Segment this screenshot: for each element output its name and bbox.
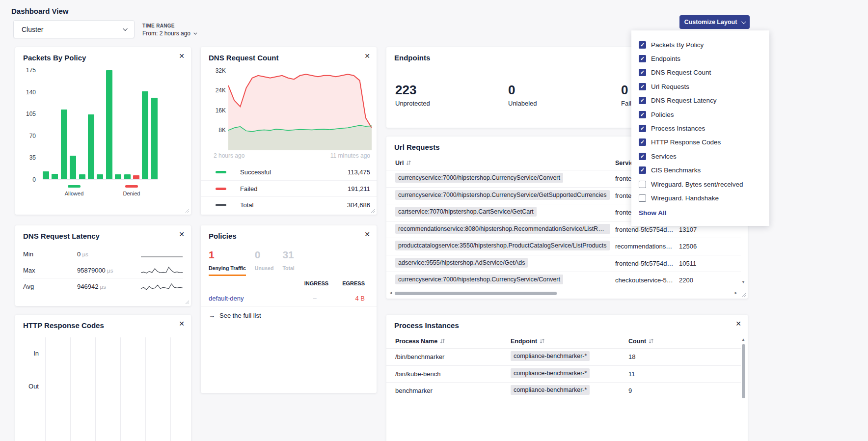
customize-menu-item[interactable]: ✓Packets By Policy bbox=[631, 38, 769, 52]
checkbox-checked-icon[interactable]: ✓ bbox=[639, 125, 646, 132]
customize-menu-item[interactable]: ✓Process Instances bbox=[631, 121, 769, 135]
resize-handle[interactable] bbox=[371, 209, 375, 213]
table-row[interactable]: /bin/benchmarkercompliance-benchmarker-*… bbox=[386, 348, 741, 365]
customize-menu-item[interactable]: ✓HTTP Response Codes bbox=[631, 136, 769, 149]
endpoint-cell: compliance-benchmarker-* bbox=[511, 385, 628, 396]
bar-allowed bbox=[97, 174, 103, 179]
horizontal-scrollbar[interactable]: ◄ ► bbox=[389, 290, 738, 296]
checkbox-checked-icon[interactable]: ✓ bbox=[639, 111, 646, 118]
endpoint-cell: compliance-benchmarker-* bbox=[511, 368, 628, 380]
url-value: adservice:9555/hipstershop.AdService/Get… bbox=[395, 258, 528, 268]
url-cell: cartservice:7070/hipstershop.CartService… bbox=[395, 207, 615, 218]
checkbox-checked-icon[interactable]: ✓ bbox=[639, 83, 646, 90]
view-select[interactable]: Cluster bbox=[13, 20, 135, 38]
customize-menu-item[interactable]: ✓Services bbox=[631, 149, 769, 163]
menu-item-label: DNS Request Count bbox=[651, 69, 711, 76]
scroll-down-icon[interactable]: ▼ bbox=[741, 280, 745, 285]
sort-icon[interactable] bbox=[540, 338, 544, 344]
latency-value: 946942 µs bbox=[77, 283, 106, 290]
table-row[interactable]: benchmarkercompliance-benchmarker-*9 bbox=[386, 382, 741, 399]
scroll-left-icon[interactable]: ◄ bbox=[389, 291, 393, 296]
card-packets-by-policy: Packets By Policy ✕ Allowed Denied 03570… bbox=[15, 47, 191, 215]
time-range-value[interactable]: From: 2 hours ago bbox=[142, 30, 196, 37]
customize-menu-item[interactable]: ✓Policies bbox=[631, 108, 769, 121]
policy-stat-unused[interactable]: 0 Unused bbox=[255, 249, 274, 276]
close-icon[interactable]: ✕ bbox=[735, 320, 741, 327]
vertical-scrollbar[interactable]: ▲ bbox=[740, 337, 746, 441]
checkbox-unchecked-icon[interactable] bbox=[639, 194, 646, 202]
close-icon[interactable]: ✕ bbox=[364, 231, 370, 238]
chevron-down-icon bbox=[193, 31, 197, 34]
column-header[interactable]: Process Name bbox=[395, 338, 511, 345]
checkbox-checked-icon[interactable]: ✓ bbox=[639, 97, 646, 104]
checkbox-checked-icon[interactable]: ✓ bbox=[639, 138, 646, 146]
endpoint-cell: compliance-benchmarker-* bbox=[511, 351, 628, 362]
menu-item-label: DNS Request Latency bbox=[651, 97, 717, 104]
see-full-list-link[interactable]: → See the full list bbox=[209, 312, 261, 319]
y-tick-label: 175 bbox=[22, 67, 36, 74]
column-header[interactable]: Url bbox=[395, 160, 615, 166]
policy-name-link[interactable]: default-deny bbox=[209, 295, 302, 302]
arrow-right-icon: → bbox=[209, 312, 215, 319]
table-row[interactable]: /bin/kube-benchcompliance-benchmarker-*1… bbox=[386, 365, 741, 383]
column-header[interactable]: Count bbox=[628, 338, 732, 345]
legend-value: 191,211 bbox=[348, 185, 370, 193]
scroll-right-icon[interactable]: ► bbox=[734, 291, 738, 296]
y-tick-label: 16K bbox=[208, 107, 226, 114]
customize-menu-item[interactable]: ✓DNS Request Latency bbox=[631, 94, 769, 108]
sort-icon[interactable] bbox=[406, 160, 411, 165]
close-icon[interactable]: ✕ bbox=[179, 231, 185, 238]
legend-swatch bbox=[68, 185, 81, 188]
legend-row: Failed191,211 bbox=[201, 180, 377, 196]
sparkline-chart bbox=[140, 265, 183, 275]
latency-label: Min bbox=[23, 250, 77, 258]
policy-row[interactable]: default-deny – 4 B bbox=[201, 290, 377, 306]
resize-handle[interactable] bbox=[742, 293, 746, 297]
customize-menu-item[interactable]: ✓DNS Request Count bbox=[631, 66, 769, 80]
process-name-cell: /bin/benchmarker bbox=[395, 353, 511, 360]
scrollbar-thumb[interactable] bbox=[395, 292, 557, 295]
table-header: Process NameEndpointCount bbox=[386, 334, 741, 348]
checkbox-unchecked-icon[interactable] bbox=[639, 181, 646, 188]
close-icon[interactable]: ✕ bbox=[364, 53, 370, 59]
sort-icon[interactable] bbox=[440, 338, 445, 344]
column-header[interactable]: Endpoint bbox=[511, 338, 628, 345]
sort-icon[interactable] bbox=[649, 338, 653, 344]
customize-menu-item[interactable]: ✓Url Requests bbox=[631, 80, 769, 93]
scroll-up-icon[interactable]: ▲ bbox=[741, 337, 745, 342]
customize-layout-button[interactable]: Customize Layout bbox=[679, 15, 750, 29]
customize-menu-item[interactable]: Wireguard. Bytes sent/received bbox=[631, 177, 769, 191]
scrollbar-thumb[interactable] bbox=[742, 344, 745, 398]
table-row[interactable]: productcatalogservice:3550/hipstershop.P… bbox=[386, 238, 741, 255]
row-label-in: In bbox=[19, 350, 39, 357]
y-tick-label: 70 bbox=[22, 133, 36, 139]
show-all-link[interactable]: Show All bbox=[639, 209, 762, 217]
customize-menu-item[interactable]: Wireguard. Handshake bbox=[631, 191, 769, 205]
resize-handle[interactable] bbox=[185, 209, 190, 213]
checkbox-checked-icon[interactable]: ✓ bbox=[639, 69, 646, 76]
policy-stat-total[interactable]: 31 Total bbox=[282, 249, 294, 276]
y-tick-label: 35 bbox=[22, 154, 36, 161]
checkbox-checked-icon[interactable]: ✓ bbox=[639, 55, 646, 62]
customize-menu-item[interactable]: ✓Endpoints bbox=[631, 52, 769, 65]
legend-label: Successful bbox=[240, 168, 271, 176]
card-title: Endpoints bbox=[394, 54, 430, 62]
policy-stat-denying[interactable]: 1 Denying Traffic bbox=[209, 249, 246, 276]
table-row[interactable]: adservice:9555/hipstershop.AdService/Get… bbox=[386, 255, 741, 272]
table-row[interactable]: currencyservice:7000/hipstershop.Currenc… bbox=[386, 272, 741, 289]
checkbox-checked-icon[interactable]: ✓ bbox=[639, 41, 646, 49]
latency-value: 0 µs bbox=[77, 250, 88, 258]
stat-value: 0 bbox=[508, 83, 621, 98]
url-cell: productcatalogservice:3550/hipstershop.P… bbox=[395, 241, 615, 252]
menu-item-label: Policies bbox=[651, 111, 674, 118]
close-icon[interactable]: ✕ bbox=[179, 320, 185, 327]
bar-denied bbox=[133, 175, 139, 179]
stat-value: 31 bbox=[282, 249, 294, 261]
bar-allowed bbox=[106, 70, 112, 179]
customize-menu-item[interactable]: ✓CIS Benchmarks bbox=[631, 164, 769, 177]
checkbox-checked-icon[interactable]: ✓ bbox=[639, 166, 646, 174]
count-cell: 9 bbox=[628, 387, 732, 394]
checkbox-checked-icon[interactable]: ✓ bbox=[639, 153, 646, 160]
resize-handle[interactable] bbox=[185, 300, 190, 304]
view-select-value: Cluster bbox=[22, 26, 43, 33]
